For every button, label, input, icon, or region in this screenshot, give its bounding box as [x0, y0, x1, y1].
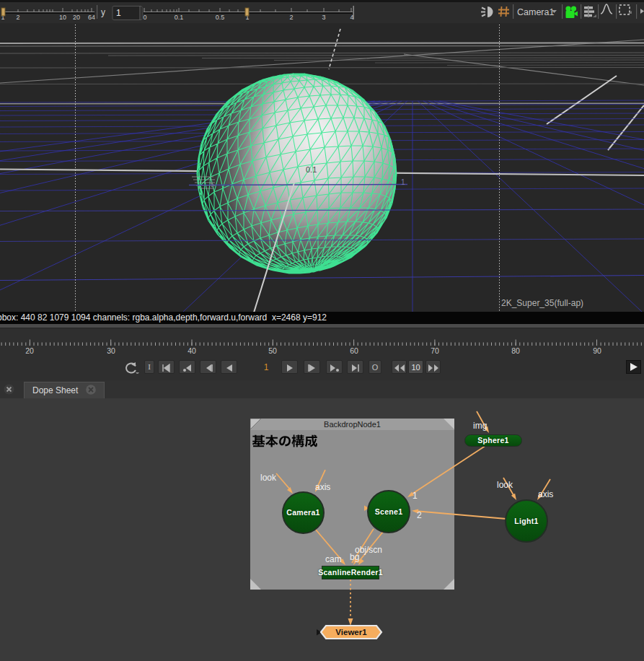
svg-text:1: 1 — [116, 8, 121, 18]
svg-text:look: look — [497, 480, 513, 490]
svg-text:20: 20 — [73, 14, 80, 21]
svg-text:img: img — [473, 421, 487, 431]
svg-text:3: 3 — [322, 14, 325, 21]
svg-text:Viewer1: Viewer1 — [335, 628, 367, 636]
svg-text:50: 50 — [268, 346, 277, 355]
svg-text:0.1: 0.1 — [175, 14, 184, 21]
svg-text:2: 2 — [289, 14, 293, 21]
svg-text:0.5: 0.5 — [216, 14, 225, 21]
svg-text:64: 64 — [88, 14, 95, 21]
svg-text:20: 20 — [25, 346, 34, 355]
svg-text:30: 30 — [107, 346, 115, 355]
svg-text:cam: cam — [325, 554, 342, 564]
svg-text:Camera1: Camera1 — [517, 7, 554, 17]
svg-text:0: 0 — [143, 14, 146, 21]
svg-text:40: 40 — [188, 346, 196, 355]
svg-text:2K_Super_35(full-ap): 2K_Super_35(full-ap) — [501, 298, 583, 308]
svg-text:obj/scn: obj/scn — [355, 545, 382, 555]
svg-text:0.1: 0.1 — [306, 165, 317, 174]
svg-text:60: 60 — [350, 346, 358, 355]
svg-text:y: y — [101, 7, 105, 17]
svg-text:1: 1 — [401, 178, 405, 186]
svg-text:80: 80 — [511, 346, 520, 355]
svg-text:axis: axis — [538, 489, 553, 499]
svg-text:1: 1 — [413, 491, 418, 501]
svg-text:70: 70 — [431, 346, 439, 355]
svg-text:10: 10 — [59, 14, 66, 21]
svg-text:90: 90 — [593, 346, 601, 355]
svg-text:look: look — [260, 473, 277, 483]
svg-text:2: 2 — [417, 510, 422, 520]
svg-text:axis: axis — [315, 482, 330, 492]
svg-text:2: 2 — [16, 14, 19, 21]
